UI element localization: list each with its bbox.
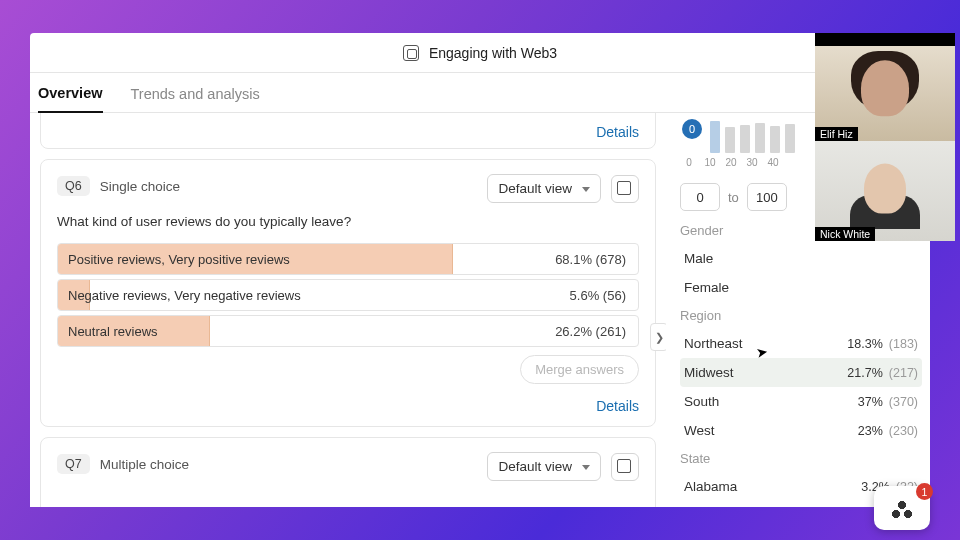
view-select[interactable]: Default view [487, 452, 601, 481]
filter-item-south[interactable]: South 37%(370) [680, 387, 922, 416]
view-select[interactable]: Default view [487, 174, 601, 203]
filter-label: Male [684, 251, 713, 266]
copy-button[interactable] [611, 453, 639, 481]
q-num-badge: Q7 [57, 454, 90, 474]
tab-overview[interactable]: Overview [38, 75, 103, 113]
bar-value: 26.2% (261) [555, 324, 638, 339]
q-type-label: Single choice [100, 179, 180, 194]
range-to-input[interactable] [747, 183, 787, 211]
tick: 30 [743, 157, 761, 168]
filter-item-midwest[interactable]: Midwest 21.7%(217) [680, 358, 922, 387]
hist-bar [755, 123, 765, 153]
merge-answers-button[interactable]: Merge answers [520, 355, 639, 384]
hist-badge: 0 [682, 119, 702, 139]
hist-bar [785, 124, 795, 153]
filter-head-region: Region [680, 308, 922, 323]
video-tile[interactable]: Elif Hiz [815, 33, 955, 141]
q-type-label: Multiple choice [100, 457, 189, 472]
main-column: Details Q6 Single choice Default view Wh… [30, 113, 666, 507]
bar-label: Positive reviews, Very positive reviews [58, 252, 555, 267]
avatar-head [861, 61, 909, 117]
q6-controls: Default view [487, 174, 639, 203]
video-call-overlay: Elif Hiz Nick White [815, 33, 955, 241]
chat-icon [887, 493, 917, 523]
app-window: Engaging with Web3 Sh Overview Trends an… [30, 33, 930, 507]
video-tile[interactable]: Nick White [815, 141, 955, 241]
bar-value: 5.6% (56) [570, 288, 638, 303]
range-to-label: to [728, 190, 739, 205]
filter-head-state: State [680, 451, 922, 466]
expand-chevron[interactable]: ❯ [650, 323, 666, 351]
bar-label: Neutral reviews [58, 324, 555, 339]
page-title: Engaging with Web3 [429, 45, 557, 61]
participant-name: Nick White [815, 227, 875, 241]
copy-icon [619, 183, 631, 195]
filter-label: Northeast [684, 336, 743, 351]
hist-bar [770, 126, 780, 153]
hist-ticks: 0 10 20 30 40 [680, 157, 782, 168]
tick: 20 [722, 157, 740, 168]
filter-item-west[interactable]: West 23%(230) [680, 416, 922, 445]
filter-item-northeast[interactable]: Northeast 18.3%(183) [680, 329, 922, 358]
hist-bars [710, 121, 795, 153]
q6-bars: Positive reviews, Very positive reviews … [57, 243, 639, 347]
cursor-icon: ➤ [755, 343, 770, 361]
hist-bar [740, 125, 750, 153]
header: Engaging with Web3 Sh [30, 33, 930, 73]
copy-icon [619, 461, 631, 473]
notification-badge: 1 [916, 483, 933, 500]
chevron-right-icon: ❯ [655, 331, 664, 344]
avatar-head [864, 164, 906, 214]
bar-label: Negative reviews, Very negative reviews [58, 288, 570, 303]
question-card-q6: Q6 Single choice Default view What kind … [40, 159, 656, 427]
participant-name: Elif Hiz [815, 127, 858, 141]
tabs: Overview Trends and analysis [30, 73, 930, 113]
chat-widget[interactable]: 1 [874, 486, 930, 530]
hist-bar [725, 127, 735, 153]
question-card-q7: Q7 Multiple choice Default view [40, 437, 656, 507]
tick: 0 [680, 157, 698, 168]
video-top-bar [815, 33, 955, 46]
bar-row[interactable]: Positive reviews, Very positive reviews … [57, 243, 639, 275]
details-link[interactable]: Details [596, 398, 639, 414]
filter-label: West [684, 423, 715, 438]
filter-label: Alabama [684, 479, 737, 494]
tab-trends[interactable]: Trends and analysis [131, 76, 260, 112]
bar-value: 68.1% (678) [555, 252, 638, 267]
filter-label: Midwest [684, 365, 734, 380]
bar-row[interactable]: Neutral reviews 26.2% (261) [57, 315, 639, 347]
tick: 10 [701, 157, 719, 168]
details-link[interactable]: Details [596, 124, 639, 140]
card-prev: Details [40, 113, 656, 149]
bar-row[interactable]: Negative reviews, Very negative reviews … [57, 279, 639, 311]
copy-button[interactable] [611, 175, 639, 203]
q7-controls: Default view [487, 452, 639, 481]
q-num-badge: Q6 [57, 176, 90, 196]
filter-item-male[interactable]: Male [680, 244, 922, 273]
body: Details Q6 Single choice Default view Wh… [30, 113, 930, 507]
filter-label: Female [684, 280, 729, 295]
filter-label: South [684, 394, 719, 409]
range-from-input[interactable] [680, 183, 720, 211]
hist-bar [710, 121, 720, 153]
q6-question: What kind of user reviews do you typical… [57, 214, 639, 229]
tick: 40 [764, 157, 782, 168]
doc-icon [403, 45, 419, 61]
filter-item-female[interactable]: Female [680, 273, 922, 302]
